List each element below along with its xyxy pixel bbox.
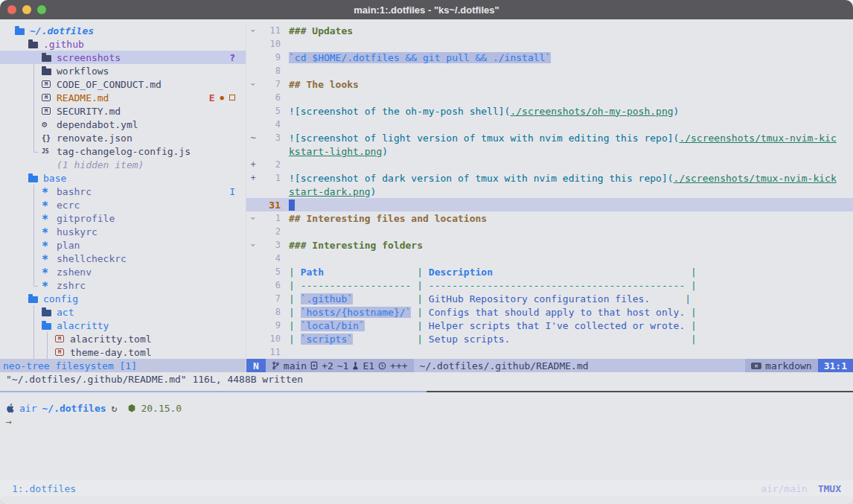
- editor-line[interactable]: 31: [246, 198, 853, 211]
- tree-item-tag-changelog-config-js[interactable]: JStag-changelog-config.js: [0, 144, 246, 158]
- text-segment: |: [417, 334, 429, 345]
- indent-spacer: [15, 278, 28, 292]
- minimize-button[interactable]: [22, 5, 31, 14]
- tree-item-huskyrc[interactable]: *huskyrc: [0, 225, 246, 238]
- line-text: [281, 200, 295, 211]
- editor-line[interactable]: 5![screenshot of the oh-my-posh shell](.…: [246, 104, 853, 118]
- tree-item-label: theme-day.toml: [70, 347, 152, 358]
- editor-line[interactable]: 4: [246, 118, 853, 131]
- tree-item-gitprofile[interactable]: *gitprofile: [0, 211, 246, 225]
- editor-line[interactable]: 6| ------------------- | ---------------…: [246, 278, 853, 292]
- shell-pane[interactable]: air ~/.dotfiles ↻ 20.15.0 →: [0, 397, 853, 480]
- fold-chevron-icon[interactable]: ›: [246, 213, 260, 223]
- markdown-filetype-icon: M: [751, 363, 761, 369]
- tree-item-config[interactable]: config: [0, 292, 246, 305]
- line-number: 8: [260, 307, 281, 317]
- editor-line[interactable]: 7| `.github` | GitHub Repository configu…: [246, 292, 853, 305]
- tree-item-zshrc[interactable]: *zshrc: [0, 278, 246, 292]
- editor-line[interactable]: 10: [246, 37, 853, 51]
- indent-spacer: [15, 131, 28, 144]
- tree-item-plan[interactable]: *plan: [0, 238, 246, 252]
- fold-chevron-icon[interactable]: ›: [246, 240, 260, 250]
- diagnostic-error-badge: E: [209, 92, 215, 103]
- editor-line[interactable]: 2: [246, 225, 853, 238]
- text-segment: [650, 293, 685, 304]
- neotree-panel: ~/.dotfiles.githubscreenshots?workflowsM…: [0, 24, 246, 372]
- tmux-window-label[interactable]: 1:.dotfiles: [12, 483, 76, 494]
- star-icon: *: [42, 214, 54, 223]
- text-segment: [685, 280, 691, 291]
- text-segment: [365, 320, 417, 331]
- indent-guide: [28, 64, 42, 77]
- flask-icon: [352, 361, 359, 370]
- clock-icon: [378, 362, 386, 370]
- editor-line[interactable]: ›11### Updates: [246, 24, 853, 37]
- indent-guide: [28, 278, 42, 292]
- editor-line[interactable]: ›3### Interesting folders: [246, 238, 853, 252]
- tmux-badge: TMUX: [818, 483, 841, 494]
- close-button[interactable]: [7, 5, 16, 14]
- editor-line[interactable]: 9`cd $HOME/.dotfiles && git pull && ./in…: [246, 51, 853, 64]
- editor-line[interactable]: 11: [246, 345, 853, 359]
- zoom-button[interactable]: [37, 5, 46, 14]
- tree-item-readme-md[interactable]: MREADME.mdE●: [0, 91, 246, 104]
- diff-changed: ~1: [337, 360, 349, 371]
- tree-item--dotfiles[interactable]: ~/.dotfiles: [0, 24, 246, 37]
- fold-chevron-icon[interactable]: ›: [246, 79, 260, 89]
- editor-line[interactable]: start-dark.png): [246, 185, 853, 198]
- editor-line[interactable]: 4: [246, 252, 853, 265]
- tree-item-shellcheckrc[interactable]: *shellcheckrc: [0, 252, 246, 265]
- editor-line[interactable]: 10| `scripts` | Setup scripts. |: [246, 332, 853, 345]
- line-number: 6: [260, 92, 281, 103]
- tree-item-label: bashrc: [57, 186, 92, 197]
- text-segment: ): [382, 146, 388, 157]
- editor-line[interactable]: 5| Path | Description |: [246, 265, 853, 278]
- editor-line[interactable]: ~3![screenshot of light version of tmux …: [246, 131, 853, 144]
- editor-line[interactable]: 9| `local/bin` | Helper scripts that I'v…: [246, 319, 853, 332]
- tree-item-label: tag-changelog-config.js: [57, 146, 191, 157]
- tree-item-ecrc[interactable]: *ecrc: [0, 198, 246, 211]
- line-number: 10: [260, 39, 281, 49]
- line-text: kstart-light.png): [281, 146, 388, 157]
- tree-item-dependabot-yml[interactable]: ⚙dependabot.yml: [0, 118, 246, 131]
- indent-spacer: [15, 64, 28, 77]
- tree-item-bashrc[interactable]: *bashrcI: [0, 185, 246, 198]
- text-segment: Configs that should apply to that host o…: [429, 307, 685, 318]
- tree-item-code-of-conduct-md[interactable]: MCODE_OF_CONDUCT.md: [0, 77, 246, 91]
- tree-item-base[interactable]: base: [0, 171, 246, 185]
- editor-line[interactable]: +1![screenshot of dark version of tmux w…: [246, 171, 853, 185]
- indent-guide: [28, 185, 42, 198]
- tree-item--1-hidden-item-[interactable]: (1 hidden item): [0, 158, 246, 171]
- editor-line[interactable]: kstart-light.png): [246, 144, 853, 158]
- tree-item-alacritty-toml[interactable]: Malacritty.toml: [0, 332, 246, 345]
- tree-item-workflows[interactable]: workflows: [0, 64, 246, 77]
- tree-item-act[interactable]: act: [0, 305, 246, 319]
- editor-line[interactable]: 8| `hosts/{hostname}/` | Configs that sh…: [246, 305, 853, 319]
- text-segment: [510, 334, 691, 345]
- tree-item-label: renovate.json: [57, 133, 132, 144]
- editor-line[interactable]: ›1## Interesting files and locations: [246, 211, 853, 225]
- tree-item-theme-day-toml[interactable]: Mtheme-day.toml: [0, 345, 246, 359]
- window-titlebar[interactable]: main:1:.dotfiles - "ks~/.dotfiles": [0, 0, 853, 19]
- fold-chevron-icon[interactable]: ›: [246, 25, 260, 36]
- indent-spacer: [15, 91, 28, 104]
- gear-icon: ⚙: [42, 121, 54, 128]
- line-text: | `local/bin` | Helper scripts that I've…: [281, 320, 697, 331]
- tree-item-label: huskyrc: [57, 226, 98, 237]
- text-segment: ): [674, 106, 680, 117]
- editor-line[interactable]: +2: [246, 158, 853, 171]
- indent-spacer: [15, 319, 28, 332]
- editor-line[interactable]: 8: [246, 64, 853, 77]
- tree-item-zshenv[interactable]: *zshenv: [0, 265, 246, 278]
- pane-divider[interactable]: [0, 391, 853, 392]
- tree-item-renovate-json[interactable]: {}renovate.json: [0, 131, 246, 144]
- tree-item-label: act: [57, 307, 74, 318]
- editor-line[interactable]: ›7## The looks: [246, 77, 853, 91]
- text-segment: `hosts/{hostname}/`: [301, 307, 412, 318]
- tree-item-security-md[interactable]: MSECURITY.md: [0, 104, 246, 118]
- tree-item--github[interactable]: .github: [0, 37, 246, 51]
- text-segment: [353, 334, 417, 345]
- tree-item-screenshots[interactable]: screenshots?: [0, 51, 246, 64]
- editor-line[interactable]: 6: [246, 91, 853, 104]
- tree-item-alacritty[interactable]: alacritty: [0, 319, 246, 332]
